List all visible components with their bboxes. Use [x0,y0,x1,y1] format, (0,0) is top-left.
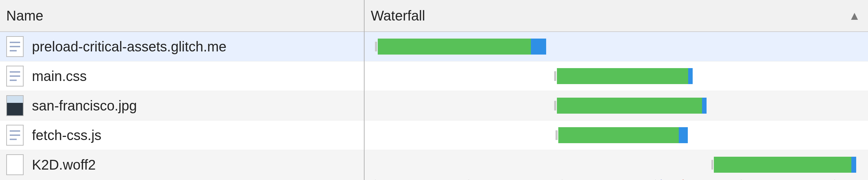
name-column: Name preload-critical-assets.glitch.mema… [0,0,365,180]
document-file-icon [6,125,24,146]
queue-tick-icon [554,71,556,81]
name-header-label: Name [6,8,43,24]
download-segment [688,68,693,84]
download-segment [702,98,707,114]
waterfall-row[interactable] [365,62,868,91]
download-segment [679,127,688,143]
queue-tick-icon [556,130,558,140]
image-file-icon [6,95,24,116]
timing-bar [711,157,856,173]
waterfall-track [375,150,858,179]
waterfall-track [375,62,858,91]
waterfall-track [375,32,858,61]
request-name: san-francisco.jpg [32,98,137,114]
table-row[interactable]: san-francisco.jpg [0,91,364,121]
table-row[interactable]: fetch-css.js [0,121,364,150]
download-segment [851,157,856,173]
queue-tick-icon [711,160,713,170]
waterfall-column: Waterfall ▲ [365,0,868,180]
waterfall-row[interactable] [365,91,868,121]
document-file-icon [6,66,24,87]
waterfall-header-label: Waterfall [371,8,425,24]
request-name: fetch-css.js [32,128,101,143]
download-segment [531,39,546,55]
waiting-segment [378,39,531,55]
request-name: K2D.woff2 [32,157,96,173]
network-panel: Name preload-critical-assets.glitch.mema… [0,0,868,180]
waterfall-row[interactable] [365,121,868,150]
waterfall-column-header[interactable]: Waterfall ▲ [365,0,868,32]
document-file-icon [6,36,24,57]
waterfall-track [375,121,858,150]
waiting-segment [714,157,851,173]
table-row[interactable]: K2D.woff2 [0,150,364,180]
name-rows: preload-critical-assets.glitch.memain.cs… [0,32,364,180]
request-name: main.css [32,68,87,84]
request-name: preload-critical-assets.glitch.me [32,39,226,55]
queue-tick-icon [375,42,377,51]
waterfall-row[interactable] [365,150,868,180]
timing-bar [554,68,693,84]
name-column-header[interactable]: Name [0,0,364,32]
font-file-icon [6,154,24,175]
timing-bar [375,39,546,55]
queue-tick-icon [554,101,556,111]
sort-indicator-icon: ▲ [849,9,860,23]
timing-bar [554,98,707,114]
table-row[interactable]: main.css [0,62,364,91]
table-row[interactable]: preload-critical-assets.glitch.me [0,32,364,62]
waiting-segment [557,68,688,84]
waterfall-rows [365,32,868,180]
timing-bar [556,127,688,143]
waiting-segment [558,127,679,143]
waterfall-track [375,91,858,120]
waiting-segment [557,98,702,114]
waterfall-row[interactable] [365,32,868,62]
